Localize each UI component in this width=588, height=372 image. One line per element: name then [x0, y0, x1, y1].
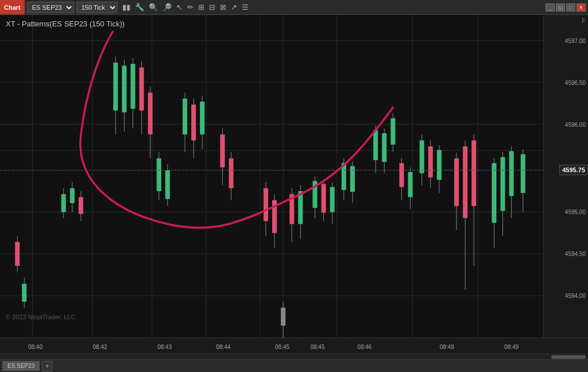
bottom-area: 08:40 08:42 08:43 08:44 08:45 08:45 08:4…	[0, 338, 588, 372]
svg-rect-60	[298, 191, 303, 224]
toolbar: ▮▮ 🔧 🔍 🔎 ↖ ✏ ⊞ ⊟ ⊠ ↗ ☰	[121, 2, 250, 12]
svg-rect-30	[122, 65, 126, 112]
copyright-text: © 2023 NinjaTrader, LLC	[6, 313, 75, 320]
svg-rect-92	[471, 141, 476, 206]
list-icon[interactable]: ☰	[241, 2, 250, 12]
topbar: Chart ES SEP23 150 Tick ▮▮ 🔧 🔍 🔎 ↖ ✏ ⊞ ⊟…	[0, 0, 588, 15]
svg-rect-28	[113, 63, 118, 110]
svg-rect-70	[350, 166, 355, 192]
svg-rect-72	[373, 130, 378, 160]
svg-rect-38	[157, 158, 161, 191]
svg-rect-98	[509, 151, 514, 196]
draw2-icon[interactable]: ⊞	[197, 2, 206, 12]
svg-rect-26	[79, 197, 83, 214]
time-label-0845b: 08:45	[310, 344, 324, 350]
svg-rect-96	[501, 157, 505, 211]
chart-tab[interactable]: Chart	[0, 0, 25, 14]
svg-rect-22	[61, 194, 66, 212]
svg-rect-78	[399, 163, 404, 187]
minimize-button[interactable]: _	[546, 3, 555, 11]
time-label-0840: 08:40	[28, 344, 42, 350]
svg-rect-44	[191, 104, 196, 140]
chart-title: XT - Patterns(ES SEP23 (150 Tick))	[6, 20, 125, 28]
window-controls: _ ◱ □ ✕	[546, 3, 588, 11]
time-label-0845a: 08:45	[275, 344, 289, 350]
bar-chart-icon[interactable]: ▮▮	[121, 2, 131, 12]
svg-rect-66	[330, 187, 335, 212]
svg-rect-24	[70, 188, 75, 203]
chart-container: XT - Patterns(ES SEP23 (150 Tick)) © 202…	[0, 15, 588, 372]
cursor-icon[interactable]: ↖	[175, 2, 184, 12]
svg-rect-56	[281, 308, 285, 326]
draw5-icon[interactable]: ↗	[230, 2, 238, 12]
price-label-4595: 4595.00	[565, 208, 586, 215]
price-label-4596_5: 4596.50	[565, 80, 586, 86]
time-label-0848: 08:48	[440, 344, 454, 350]
svg-rect-94	[492, 163, 496, 223]
svg-rect-48	[220, 134, 225, 167]
chart-svg	[0, 15, 543, 338]
maximize-button[interactable]: □	[566, 3, 575, 11]
time-label-0843: 08:43	[157, 344, 172, 350]
price-label-4596: 4596.00	[565, 122, 586, 128]
time-label-0842: 08:42	[93, 344, 107, 350]
svg-rect-64	[322, 184, 326, 213]
svg-rect-76	[390, 118, 395, 145]
time-label-0846: 08:46	[357, 344, 372, 350]
restore-button[interactable]: ◱	[556, 3, 565, 11]
time-label-0849: 08:49	[504, 344, 519, 350]
svg-rect-20	[22, 284, 26, 301]
svg-rect-80	[408, 172, 413, 197]
zoom-in-icon[interactable]: 🔍	[148, 2, 159, 12]
symbol-selector[interactable]: ES SEP23	[27, 2, 74, 13]
draw3-icon[interactable]: ⊟	[208, 2, 216, 12]
svg-rect-40	[165, 170, 170, 199]
price-label-4594_5: 4594.50	[565, 250, 586, 257]
tab-es-sep23[interactable]: ES SEP23	[2, 361, 40, 371]
timeframe-selector[interactable]: 150 Tick	[76, 2, 118, 13]
svg-rect-32	[130, 64, 135, 108]
horizontal-scrollbar[interactable]	[0, 354, 588, 359]
svg-rect-42	[183, 99, 187, 134]
svg-rect-86	[437, 150, 442, 180]
tab-label: ES SEP23	[7, 363, 34, 369]
svg-rect-90	[463, 146, 467, 218]
close-button[interactable]: ✕	[577, 3, 586, 11]
svg-rect-74	[382, 133, 386, 162]
bottom-tab-bar: ES SEP23 +	[0, 359, 588, 372]
svg-rect-52	[264, 188, 268, 221]
chart-canvas-area[interactable]: XT - Patterns(ES SEP23 (150 Tick)) © 202…	[0, 15, 543, 338]
svg-rect-84	[428, 146, 433, 177]
svg-rect-100	[521, 154, 525, 193]
svg-rect-46	[200, 102, 204, 134]
chart-main: XT - Patterns(ES SEP23 (150 Tick)) © 202…	[0, 15, 588, 338]
scrollbar-thumb[interactable]	[551, 355, 586, 359]
draw-icon[interactable]: ✏	[186, 2, 195, 12]
cursor	[479, 100, 483, 103]
current-price-label: 4595.75	[559, 165, 588, 175]
price-label-4594: 4594.00	[565, 292, 586, 299]
add-tab-button[interactable]: +	[42, 361, 52, 371]
svg-rect-82	[420, 141, 424, 173]
draw4-icon[interactable]: ⊠	[219, 2, 227, 12]
svg-rect-36	[148, 92, 153, 134]
f-label: F	[582, 17, 586, 24]
svg-rect-88	[454, 158, 459, 206]
svg-rect-18	[15, 242, 20, 266]
zoom-out-icon[interactable]: 🔎	[161, 2, 173, 12]
svg-rect-34	[140, 68, 144, 111]
svg-rect-50	[229, 158, 234, 188]
time-axis: 08:40 08:42 08:43 08:44 08:45 08:45 08:4…	[0, 338, 588, 354]
wrench-icon[interactable]: 🔧	[134, 2, 145, 12]
price-label-4597: 4597.00	[565, 37, 586, 44]
time-label-0844: 08:44	[216, 344, 231, 350]
price-axis: F 4597.00 4596.50 4596.00 4595.75 4595.0…	[543, 15, 588, 338]
